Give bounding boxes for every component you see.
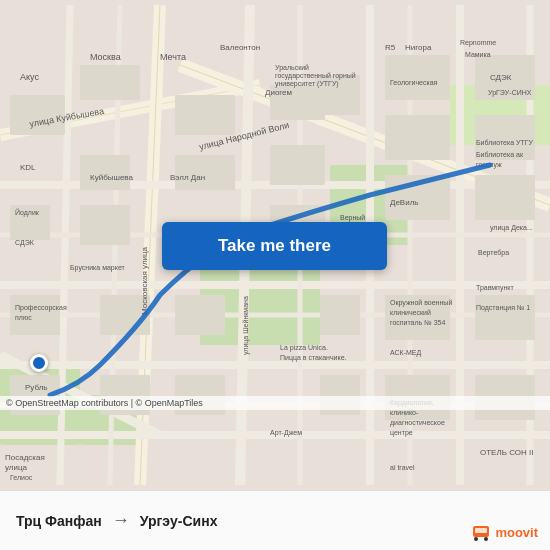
bus-icon <box>471 522 491 542</box>
svg-text:Пицца в стаканчике.: Пицца в стаканчике. <box>280 354 347 362</box>
svg-text:университет (УТГУ): университет (УТГУ) <box>275 80 339 88</box>
svg-text:улица Шейнкмана: улица Шейнкмана <box>242 296 250 355</box>
svg-text:ОТЕЛЬ СОН II: ОТЕЛЬ СОН II <box>480 448 533 457</box>
svg-text:Куйбышева: Куйбышева <box>90 173 133 182</box>
svg-rect-39 <box>385 55 450 100</box>
svg-text:Вэлл Дан: Вэлл Дан <box>170 173 205 182</box>
svg-text:клинико-: клинико- <box>390 409 419 416</box>
svg-text:Окружной военный: Окружной военный <box>390 299 452 307</box>
svg-text:al travel: al travel <box>390 464 415 471</box>
bottom-navigation-bar: Трц Фанфан → Ургэу-Синх moovit <box>0 490 550 550</box>
svg-text:Верный: Верный <box>340 214 365 222</box>
svg-text:улица Дека...: улица Дека... <box>490 224 533 232</box>
svg-point-114 <box>474 537 478 541</box>
svg-text:центре: центре <box>390 429 413 437</box>
svg-text:Гелиос: Гелиос <box>10 474 33 481</box>
moovit-brand-text: moovit <box>495 525 538 540</box>
to-location-label: Ургэу-Синх <box>140 513 218 529</box>
take-me-there-button[interactable]: Take me there <box>162 222 387 270</box>
svg-text:Травмпункт: Травмпункт <box>476 284 514 292</box>
from-location-label: Трц Фанфан <box>16 513 102 529</box>
current-location-marker <box>30 354 48 372</box>
svg-point-115 <box>484 537 488 541</box>
svg-text:Брусника маркет: Брусника маркет <box>70 264 126 272</box>
svg-rect-36 <box>270 145 325 185</box>
map-attribution: © OpenStreetMap contributors | © OpenMap… <box>0 396 550 410</box>
svg-text:Акус: Акус <box>20 72 39 82</box>
svg-rect-33 <box>175 95 235 135</box>
svg-text:УрГЭУ-СИНХ: УрГЭУ-СИНХ <box>488 89 532 97</box>
svg-text:Московская улица: Московская улица <box>140 246 149 315</box>
svg-text:Геологическая: Геологическая <box>390 79 438 86</box>
svg-rect-46 <box>475 175 535 220</box>
svg-text:АСК-МЕД: АСК-МЕД <box>390 349 421 357</box>
svg-text:Библиотека ак: Библиотека ак <box>476 151 524 158</box>
svg-text:Библиотека УТГУ: Библиотека УТГУ <box>476 139 534 146</box>
svg-rect-113 <box>475 528 487 533</box>
svg-text:госслуж: госслуж <box>476 161 502 169</box>
svg-text:Нигора: Нигора <box>405 43 432 52</box>
svg-text:улица: улица <box>5 463 28 472</box>
svg-text:Repnomme: Repnomme <box>460 39 496 47</box>
svg-text:KDL: KDL <box>20 163 36 172</box>
svg-text:ДеВиль: ДеВиль <box>390 198 419 207</box>
svg-rect-40 <box>385 115 450 160</box>
svg-text:R5: R5 <box>385 43 396 52</box>
svg-text:Диогем: Диогем <box>265 88 292 97</box>
moovit-logo: moovit <box>471 522 538 542</box>
svg-text:Йодлик: Йодлик <box>15 208 40 217</box>
svg-text:Посадская: Посадская <box>5 453 45 462</box>
svg-rect-53 <box>175 295 225 335</box>
svg-rect-32 <box>80 205 130 245</box>
svg-text:СДЭК: СДЭК <box>15 239 35 247</box>
svg-text:Профессорская: Профессорская <box>15 304 67 312</box>
svg-text:Валеонтон: Валеонтон <box>220 43 260 52</box>
svg-text:диагностическое: диагностическое <box>390 419 445 427</box>
svg-rect-30 <box>80 65 140 100</box>
svg-text:Мамика: Мамика <box>465 51 491 58</box>
svg-text:Уральский: Уральский <box>275 64 309 72</box>
svg-text:Арт-Джем: Арт-Джем <box>270 429 302 437</box>
direction-arrow-icon: → <box>112 510 130 531</box>
svg-text:Подстанция № 1: Подстанция № 1 <box>476 304 530 312</box>
svg-rect-47 <box>475 295 535 340</box>
map-area: Акус Москва Мечта Валеонтон KDL Куйбышев… <box>0 0 550 490</box>
svg-text:Рубль: Рубль <box>25 383 47 392</box>
app-container: Акус Москва Мечта Валеонтон KDL Куйбышев… <box>0 0 550 550</box>
svg-text:Мечта: Мечта <box>160 52 186 62</box>
svg-text:плюс: плюс <box>15 314 32 321</box>
svg-text:государственный горный: государственный горный <box>275 72 356 80</box>
svg-text:Вертебра: Вертебра <box>478 249 509 257</box>
svg-text:La pizza Unica.: La pizza Unica. <box>280 344 328 352</box>
svg-text:Москва: Москва <box>90 52 121 62</box>
svg-rect-55 <box>320 295 360 335</box>
svg-text:СДЭК: СДЭК <box>490 73 512 82</box>
svg-text:госпиталь № 354: госпиталь № 354 <box>390 319 445 326</box>
svg-text:клинический: клинический <box>390 309 431 316</box>
